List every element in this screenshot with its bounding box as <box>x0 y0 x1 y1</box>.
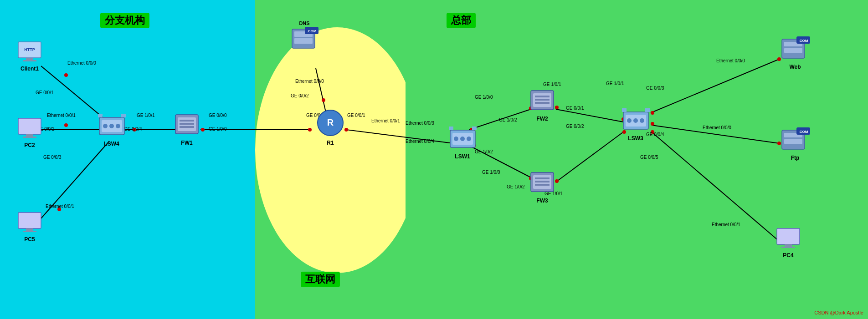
internet-label: 互联网 <box>301 272 340 287</box>
device-dns-group: DNS .COM <box>282 20 327 52</box>
device-lsw1: LSW1 <box>444 127 481 160</box>
iface-ftp-eth: Ethernet 0/0/0 <box>703 125 731 130</box>
iface-lsw1-eth001: Ethernet 0/0/1 <box>371 118 400 123</box>
iface-lsw4-ge001: GE 0/0/1 <box>36 90 53 95</box>
device-fw2: FW2 <box>526 89 558 122</box>
iface-lsw3-ge101-fw2: GE 1/0/1 <box>606 81 624 86</box>
svg-rect-77 <box>535 96 550 97</box>
svg-text:.COM: .COM <box>307 29 317 33</box>
iface-r1-ge002: GE 0/0/2 <box>291 93 308 98</box>
lsw3-label: LSW3 <box>617 135 654 142</box>
svg-rect-43 <box>18 118 41 134</box>
iface-pc4-eth: Ethernet 0/0/1 <box>712 222 740 227</box>
iface-client1-eth: Ethernet 0/0/0 <box>67 61 96 66</box>
svg-rect-55 <box>121 114 126 117</box>
client1-label: Client1 <box>11 66 48 72</box>
fw2-icon <box>529 89 556 114</box>
svg-rect-91 <box>645 108 650 112</box>
device-ftp-group: .COM Ftp <box>772 127 818 161</box>
svg-text:HTTP: HTTP <box>24 47 35 52</box>
svg-rect-44 <box>26 134 33 137</box>
svg-rect-54 <box>98 114 103 117</box>
pc4-label: PC4 <box>770 252 806 258</box>
device-fw1: FW1 <box>171 113 203 146</box>
iface-lsw3-ge002: GE 0/0/2 <box>566 124 584 129</box>
branch-label: 分支机构 <box>100 13 149 28</box>
iface-lsw1-eth004: Ethernet 0/0/4 <box>406 139 434 144</box>
web-label: Web <box>772 64 818 70</box>
r1-icon: R <box>313 108 348 138</box>
pc4-icon <box>775 228 802 250</box>
svg-rect-90 <box>622 108 627 112</box>
svg-rect-58 <box>180 120 194 122</box>
device-pc4: PC4 <box>770 228 806 258</box>
svg-point-87 <box>627 118 632 123</box>
region-internet <box>255 27 419 273</box>
iface-fw1-ge000: GE 0/0/0 <box>209 113 226 118</box>
iface-lsw1-ge100: GE 1/0/0 <box>475 95 493 100</box>
svg-point-51 <box>103 124 108 128</box>
web-server-icon: .COM <box>778 36 812 63</box>
device-lsw3: LSW3 <box>617 108 654 142</box>
svg-point-72 <box>467 137 471 141</box>
iface-lsw3-ge005: GE 0/0/5 <box>640 155 658 160</box>
svg-point-53 <box>116 124 120 128</box>
device-web-group: .COM Web <box>772 36 818 70</box>
device-lsw4: LSW4 <box>93 114 130 147</box>
iface-pc5-eth: Ethernet 0/0/1 <box>46 204 74 209</box>
svg-point-71 <box>460 137 465 141</box>
fw3-label: FW3 <box>526 197 558 204</box>
device-r1: R R1 <box>310 108 351 146</box>
iface-dns-eth: Ethernet 0/0/0 <box>295 79 324 84</box>
svg-rect-79 <box>535 102 550 104</box>
lsw4-label: LSW4 <box>93 141 130 147</box>
svg-point-89 <box>640 118 644 123</box>
svg-rect-48 <box>23 231 36 232</box>
svg-rect-41 <box>26 58 33 60</box>
iface-fw1-ge101: GE 1/0/1 <box>137 113 154 118</box>
device-fw3: FW3 <box>526 171 558 204</box>
svg-rect-78 <box>535 99 550 101</box>
svg-rect-60 <box>180 126 194 128</box>
iface-fw2-ge101: GE 1/0/1 <box>543 82 561 87</box>
fw1-label: FW1 <box>171 140 203 146</box>
svg-rect-82 <box>535 177 550 179</box>
svg-rect-103 <box>785 244 792 247</box>
hq-label: 总部 <box>447 13 476 28</box>
svg-rect-104 <box>781 247 795 248</box>
svg-rect-47 <box>26 228 33 231</box>
iface-lsw1-eth003: Ethernet 0/0/3 <box>406 121 434 126</box>
iface-lsw3-ge003: GE 0/0/3 <box>646 86 664 91</box>
svg-rect-102 <box>777 228 800 244</box>
iface-pc2-eth: Ethernet 0/0/1 <box>47 113 76 118</box>
svg-rect-42 <box>23 60 36 61</box>
fw3-icon <box>529 171 556 196</box>
device-pc2: PC2 <box>11 117 48 148</box>
svg-rect-59 <box>180 123 194 125</box>
pc2-icon <box>16 117 43 140</box>
lsw4-icon <box>97 114 127 139</box>
lsw1-label: LSW1 <box>444 153 481 160</box>
svg-rect-73 <box>449 127 453 130</box>
iface-lsw3-ge001-top: GE 0/0/1 <box>566 106 584 111</box>
lsw3-icon <box>621 108 651 133</box>
iface-fw3-ge102: GE 1/0/2 <box>507 184 524 189</box>
svg-text:.COM: .COM <box>798 130 808 134</box>
device-pc5: PC5 <box>11 212 48 243</box>
svg-point-52 <box>109 124 114 128</box>
pc2-label: PC2 <box>11 142 48 148</box>
svg-rect-63 <box>294 38 313 44</box>
dns-icon: .COM <box>288 27 320 52</box>
svg-rect-45 <box>23 137 36 138</box>
lsw1-icon <box>448 127 478 152</box>
ftp-server-icon: .COM <box>778 127 812 154</box>
svg-text:.COM: .COM <box>798 39 808 43</box>
client1-icon: HTTP <box>16 41 43 64</box>
ftp-label: Ftp <box>772 155 818 161</box>
svg-point-70 <box>454 137 458 141</box>
dns-label-text: DNS <box>282 20 327 26</box>
iface-fw2-ge102: GE 1/0/2 <box>499 117 517 122</box>
fw2-label: FW2 <box>526 116 558 122</box>
iface-lsw4-ge003: GE 0/0/3 <box>43 155 61 160</box>
svg-rect-94 <box>784 48 802 53</box>
